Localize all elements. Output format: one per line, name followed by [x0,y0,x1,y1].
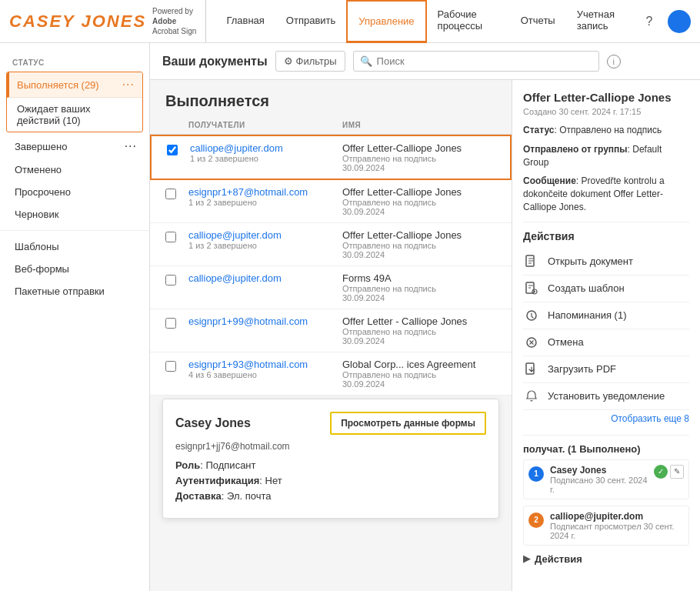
name-cell: Offer Letter-Calliope Jones Отправлено н… [342,186,496,216]
badge-edit-icon[interactable]: ✎ [670,465,684,479]
nav-send[interactable]: Отправить [275,0,346,43]
nav-manage[interactable]: Управление [346,0,426,43]
avatar-button[interactable] [668,10,691,33]
rp-message-label: Сообщение [523,175,576,186]
table-row[interactable]: calliope@jupiter.dom Forms 49A Отправлен… [150,266,512,309]
checkbox-cell [165,316,188,329]
action-download-pdf[interactable]: Загрузить PDF [523,356,689,383]
cancel-icon [523,334,540,351]
template-icon [523,280,540,297]
sidebar-item-bulk-send[interactable]: Пакетные отправки [0,280,149,302]
header: CASEY JONES Powered by Adobe Acrobat Sig… [0,0,700,43]
reminder-icon [523,307,540,324]
sidebar-item-dots-completed[interactable]: ··· [125,139,137,153]
table-row[interactable]: calliope@jupiter.dom 1 из 2 завершено Of… [150,223,512,266]
doc-name: Global Corp... ices Agreement [342,359,496,370]
table-row[interactable]: esignpr1+87@hotmail.com 1 из 2 завершено… [150,180,512,223]
recipient-date-2: Подписант просмотрел 30 сент. 2024 г. [550,522,684,540]
action-reminders[interactable]: Напоминания (1) [523,302,689,329]
col-name: ИМЯ [342,121,496,129]
download-icon [523,361,540,378]
rp-sender-label: Отправлено от группы [523,144,628,155]
view-form-button[interactable]: Просмотреть данные формы [330,412,486,435]
toolbar-title: Ваши документы [162,55,268,68]
recipient-info-1: Casey Jones Подписано 30 сент. 2024 г. [550,465,648,494]
action-set-notification-label: Установить уведомление [548,390,665,402]
popup-name: Casey Jones [175,416,251,430]
action-create-template[interactable]: Создать шаблон [523,275,689,302]
sidebar-item-overdue[interactable]: Просрочено [0,181,149,203]
action-reminders-label: Напоминания (1) [548,309,626,321]
sidebar-divider [0,230,149,231]
row-checkbox[interactable] [167,145,178,155]
recipient-count: 4 из 6 завершено [188,370,342,379]
role-label: Роль [175,459,200,471]
recipient-name-1: Casey Jones [550,465,648,476]
logo: CASEY JONES [9,12,146,32]
notification-icon [523,388,540,405]
action-create-template-label: Создать шаблон [548,282,625,294]
sidebar-item-cancelled[interactable]: Отменено [0,159,149,181]
recipient-cell: calliope@jupiter.dom [188,272,342,284]
sidebar-item-webforms[interactable]: Веб-формы [0,258,149,280]
col-checkbox [165,121,188,129]
row-checkbox[interactable] [165,361,176,372]
checkbox-cell [165,359,188,372]
recipient-cell: esignpr1+93@hotmail.com 4 из 6 завершено [188,359,342,379]
toolbar: Ваши документы ⚙ Фильтры 🔍 i [150,43,700,80]
popup-header: Casey Jones Просмотреть данные формы [175,412,486,435]
sidebar-item-draft[interactable]: Черновик [0,203,149,225]
action-cancel[interactable]: Отмена [523,329,689,356]
show-more-link[interactable]: Отобразить еще 8 [523,410,689,427]
right-panel: Offer Letter-Calliope Jones Создано 30 с… [512,80,700,591]
search-input[interactable] [377,55,592,67]
nav-account[interactable]: Учетная запись [566,0,638,43]
checkbox-cell [165,229,188,242]
recipient-date-1: Подписано 30 сент. 2024 г. [550,476,648,494]
nav-home[interactable]: Главная [215,0,275,43]
table-row[interactable]: calliope@jupiter.dom 1 из 2 завершено Of… [150,135,512,180]
rp-divider-1 [523,222,689,222]
doc-icon [523,253,540,270]
sidebar-item-completed[interactable]: Завершено ··· [0,134,149,159]
doc-date: 30.09.2024 [342,163,495,172]
filter-button[interactable]: ⚙ Фильтры [275,51,345,72]
rp-created: Создано 30 сент. 2024 г. 17:15 [523,107,689,116]
action-open-doc[interactable]: Открыть документ [523,249,689,275]
sidebar-item-dots-0[interactable]: ··· [122,78,135,92]
delivery-value: Эл. почта [227,490,272,502]
sidebar-item-in-progress[interactable]: Выполняется (29) ··· [7,72,142,98]
auth-value: Нет [265,475,282,486]
rp-divider-2 [523,435,689,436]
recipient-email: calliope@jupiter.dom [188,229,342,241]
recipient-email: calliope@jupiter.dom [188,272,342,284]
row-checkbox[interactable] [165,318,176,329]
table-row[interactable]: esignpr1+93@hotmail.com 4 из 6 завершено… [150,352,512,396]
row-checkbox[interactable] [165,189,176,199]
document-list: Выполняется ПОЛУЧАТЕЛИ ИМЯ calliope@jupi… [150,80,512,591]
recipient-email: calliope@jupiter.dom [190,142,342,154]
nav-reports[interactable]: Отчеты [510,0,566,43]
chevron-right-icon: ▶ [523,553,530,564]
row-checkbox[interactable] [165,275,176,285]
recipient-count: 1 из 2 завершено [188,241,342,250]
doc-date: 30.09.2024 [342,293,496,302]
rp-actions-title: Действия [523,230,689,242]
checkbox-cell [165,186,188,199]
action-set-notification[interactable]: Установить уведомление [523,383,689,410]
rp-status-value: Отправлено на подпись [559,125,662,135]
sidebar-item-templates[interactable]: Шаблоны [0,235,149,258]
row-checkbox[interactable] [165,232,176,242]
main-content: Ваши документы ⚙ Фильтры 🔍 i Выполняется… [150,43,700,591]
badge-check-icon: ✓ [654,465,668,479]
svg-rect-5 [526,363,534,374]
help-button[interactable]: ? [638,11,660,32]
col-recipients: ПОЛУЧАТЕЛИ [188,121,342,129]
sidebar-item-awaiting[interactable]: Ожидает ваших действий (10) [7,98,142,132]
recipient-cell: calliope@jupiter.dom 1 из 2 завершено [190,142,342,163]
info-button[interactable]: i [607,55,621,68]
rp-actions-toggle[interactable]: ▶ Действия [523,553,689,565]
table-row[interactable]: esignpr1+99@hotmail.com Offer Letter - C… [150,309,512,352]
recipient-avatar-2: 2 [528,513,544,528]
nav-workflows[interactable]: Рабочие процессы [427,0,510,43]
